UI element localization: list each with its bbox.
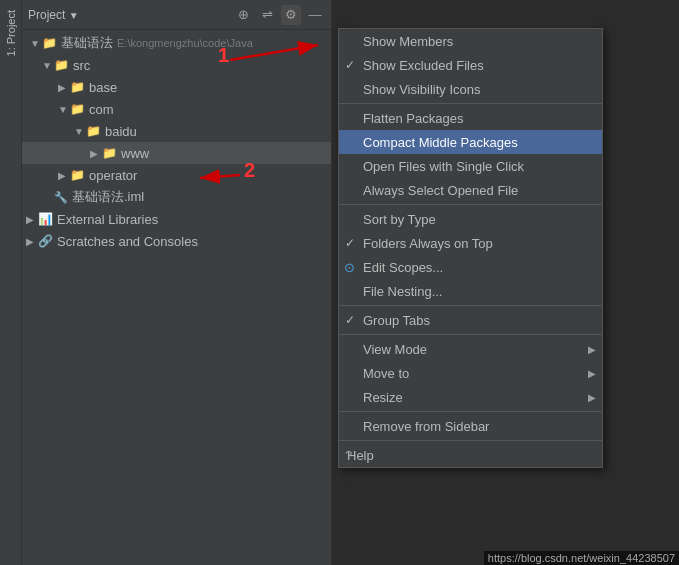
project-label: Project	[28, 8, 65, 22]
watermark: https://blog.csdn.net/weixin_44238507	[484, 551, 679, 565]
help-question-icon: ?	[345, 448, 352, 463]
tree-item-com[interactable]: ▼ 📁 com	[22, 98, 331, 120]
tree-arrow-com: ▼	[58, 104, 70, 115]
sidebar-panel: Project ▼ ⊕ ⇌ ⚙ — ▼ 📁 基础语法	[22, 0, 332, 565]
baidu-label: baidu	[105, 124, 137, 139]
iml-label: 基础语法.iml	[72, 188, 144, 206]
tree-arrow-scratches: ▶	[26, 236, 38, 247]
menu-item-compact-middle[interactable]: Compact Middle Packages	[339, 130, 602, 154]
menu-item-sort-type[interactable]: Sort by Type	[339, 207, 602, 231]
com-label: com	[89, 102, 114, 117]
menu-item-view-mode[interactable]: View Mode ▶	[339, 337, 602, 361]
split-icon: ⇌	[262, 7, 273, 22]
edit-scopes-label: Edit Scopes...	[363, 260, 443, 275]
tree-arrow-ext: ▶	[26, 214, 38, 225]
base-label: base	[89, 80, 117, 95]
show-visibility-label: Show Visibility Icons	[363, 82, 481, 97]
scratches-label: Scratches and Consoles	[57, 234, 198, 249]
operator-label: operator	[89, 168, 137, 183]
file-nesting-label: File Nesting...	[363, 284, 442, 299]
separator-3	[339, 305, 602, 306]
panel-title: Project ▼	[28, 8, 229, 22]
menu-item-show-members[interactable]: Show Members	[339, 29, 602, 53]
menu-item-remove-sidebar[interactable]: Remove from Sidebar	[339, 414, 602, 438]
view-mode-label: View Mode	[363, 342, 427, 357]
gear-icon: ⚙	[285, 7, 297, 22]
tree-item-www[interactable]: ▶ 📁 www	[22, 142, 331, 164]
dropdown-arrow[interactable]: ▼	[69, 10, 79, 21]
tree-item-src[interactable]: ▼ 📁 src	[22, 54, 331, 76]
menu-item-open-single[interactable]: Open Files with Single Click	[339, 154, 602, 178]
submenu-arrow-resize: ▶	[588, 392, 596, 403]
panel-header: Project ▼ ⊕ ⇌ ⚙ —	[22, 0, 331, 30]
group-tabs-label: Group Tabs	[363, 313, 430, 328]
menu-item-always-select[interactable]: Always Select Opened File	[339, 178, 602, 202]
menu-item-show-excluded[interactable]: ✓ Show Excluded Files	[339, 53, 602, 77]
always-select-label: Always Select Opened File	[363, 183, 518, 198]
tree-item-base[interactable]: ▶ 📁 base	[22, 76, 331, 98]
compact-middle-label: Compact Middle Packages	[363, 135, 518, 150]
radio-scopes-icon: ⊙	[344, 260, 355, 275]
tree-arrow-root: ▼	[30, 38, 42, 49]
tree-item-scratches[interactable]: ▶ 🔗 Scratches and Consoles	[22, 230, 331, 252]
src-label: src	[73, 58, 90, 73]
globe-button[interactable]: ⊕	[233, 5, 253, 25]
submenu-arrow-move-to: ▶	[588, 368, 596, 379]
remove-sidebar-label: Remove from Sidebar	[363, 419, 489, 434]
submenu-arrow-view-mode: ▶	[588, 344, 596, 355]
globe-icon: ⊕	[238, 7, 249, 22]
tree-arrow-operator: ▶	[58, 170, 70, 181]
separator-1	[339, 103, 602, 104]
check-folders-icon: ✓	[345, 236, 355, 250]
app-container: 1: Project Project ▼ ⊕ ⇌ ⚙ —	[0, 0, 679, 565]
watermark-text: https://blog.csdn.net/weixin_44238507	[488, 552, 675, 564]
check-excluded-icon: ✓	[345, 58, 355, 72]
check-group-tabs-icon: ✓	[345, 313, 355, 327]
tree-arrow-www: ▶	[90, 148, 102, 159]
separator-6	[339, 440, 602, 441]
resize-label: Resize	[363, 390, 403, 405]
split-button[interactable]: ⇌	[257, 5, 277, 25]
tree-arrow-baidu: ▼	[74, 126, 86, 137]
separator-2	[339, 204, 602, 205]
menu-item-file-nesting[interactable]: File Nesting...	[339, 279, 602, 303]
gear-button[interactable]: ⚙	[281, 5, 301, 25]
menu-item-resize[interactable]: Resize ▶	[339, 385, 602, 409]
folders-top-label: Folders Always on Top	[363, 236, 493, 251]
menu-item-show-visibility[interactable]: Show Visibility Icons	[339, 77, 602, 101]
tree-arrow-src: ▼	[42, 60, 54, 71]
context-menu: Show Members ✓ Show Excluded Files Show …	[338, 28, 603, 468]
menu-item-flatten-packages[interactable]: Flatten Packages	[339, 106, 602, 130]
menu-item-group-tabs[interactable]: ✓ Group Tabs	[339, 308, 602, 332]
separator-5	[339, 411, 602, 412]
tree-item-ext-lib[interactable]: ▶ 📊 External Libraries	[22, 208, 331, 230]
tree-item-root[interactable]: ▼ 📁 基础语法 E:\kongmengzhu\code\Java	[22, 32, 331, 54]
tree-item-operator[interactable]: ▶ 📁 operator	[22, 164, 331, 186]
menu-item-move-to[interactable]: Move to ▶	[339, 361, 602, 385]
menu-item-edit-scopes[interactable]: ⊙ Edit Scopes...	[339, 255, 602, 279]
www-label: www	[121, 146, 149, 161]
move-to-label: Move to	[363, 366, 409, 381]
separator-4	[339, 334, 602, 335]
menu-item-folders-top[interactable]: ✓ Folders Always on Top	[339, 231, 602, 255]
flatten-packages-label: Flatten Packages	[363, 111, 463, 126]
sort-type-label: Sort by Type	[363, 212, 436, 227]
minimize-icon: —	[309, 7, 322, 22]
show-members-label: Show Members	[363, 34, 453, 49]
menu-item-help[interactable]: ? Help	[339, 443, 602, 467]
tree-view: ▼ 📁 基础语法 E:\kongmengzhu\code\Java ▼ 📁 sr…	[22, 30, 331, 565]
ext-lib-label: External Libraries	[57, 212, 158, 227]
vertical-tab-bar: 1: Project	[0, 0, 22, 565]
project-tab-label[interactable]: 1: Project	[5, 10, 17, 56]
tree-item-baidu[interactable]: ▼ 📁 baidu	[22, 120, 331, 142]
minimize-button[interactable]: —	[305, 5, 325, 25]
tree-arrow-base: ▶	[58, 82, 70, 93]
root-label: 基础语法	[61, 34, 113, 52]
tree-item-iml[interactable]: 🔧 基础语法.iml	[22, 186, 331, 208]
show-excluded-label: Show Excluded Files	[363, 58, 484, 73]
open-single-label: Open Files with Single Click	[363, 159, 524, 174]
